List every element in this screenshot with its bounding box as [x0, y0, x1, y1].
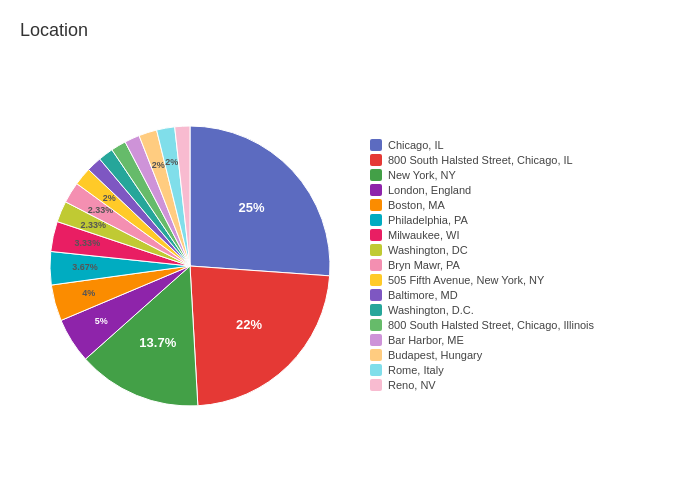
chart-container: Location 25%22%13.7%5%4%3.67%3.33%2.33%2…: [0, 0, 700, 500]
pie-label-london-england: 5%: [95, 316, 108, 326]
legend-item: Rome, Italy: [370, 364, 594, 376]
legend-label: Bar Harbor, ME: [388, 334, 464, 346]
legend-label: 505 Fifth Avenue, New York, NY: [388, 274, 544, 286]
legend-color-swatch: [370, 139, 382, 151]
legend-label: Washington, D.C.: [388, 304, 474, 316]
legend-item: Baltimore, MD: [370, 289, 594, 301]
pie-label-milwaukee-wi: 3.33%: [75, 238, 101, 248]
pie-label-chicago-il: 25%: [238, 200, 264, 215]
legend-color-swatch: [370, 334, 382, 346]
pie-label-new-york-ny: 13.7%: [139, 335, 176, 350]
legend-item: Washington, D.C.: [370, 304, 594, 316]
pie-chart: 25%22%13.7%5%4%3.67%3.33%2.33%2.33%2%2%2…: [30, 106, 350, 426]
legend-label: Rome, Italy: [388, 364, 444, 376]
legend-label: London, England: [388, 184, 471, 196]
legend-label: New York, NY: [388, 169, 456, 181]
legend-item: Chicago, IL: [370, 139, 594, 151]
chart-title: Location: [20, 20, 680, 41]
legend-color-swatch: [370, 274, 382, 286]
legend-item: 800 South Halsted Street, Chicago, IL: [370, 154, 594, 166]
pie-label-fifth-ave-ny: 2%: [103, 193, 116, 203]
legend-color-swatch: [370, 319, 382, 331]
legend-item: New York, NY: [370, 169, 594, 181]
legend-item: Philadelphia, PA: [370, 214, 594, 226]
legend-color-swatch: [370, 154, 382, 166]
legend-color-swatch: [370, 214, 382, 226]
legend-item: 505 Fifth Avenue, New York, NY: [370, 274, 594, 286]
legend-label: Chicago, IL: [388, 139, 444, 151]
legend-color-swatch: [370, 169, 382, 181]
legend-item: Reno, NV: [370, 379, 594, 391]
legend: Chicago, IL800 South Halsted Street, Chi…: [370, 139, 594, 394]
legend-color-swatch: [370, 184, 382, 196]
pie-label-halsted-chicago: 22%: [236, 317, 262, 332]
legend-item: Budapest, Hungary: [370, 349, 594, 361]
legend-label: 800 South Halsted Street, Chicago, IL: [388, 154, 573, 166]
legend-color-swatch: [370, 229, 382, 241]
legend-color-swatch: [370, 364, 382, 376]
pie-label-budapest-hungary: 2%: [152, 160, 165, 170]
legend-item: Washington, DC: [370, 244, 594, 256]
pie-label-boston-ma: 4%: [82, 288, 95, 298]
legend-item: Boston, MA: [370, 199, 594, 211]
legend-item: Bryn Mawr, PA: [370, 259, 594, 271]
legend-color-swatch: [370, 379, 382, 391]
legend-label: Baltimore, MD: [388, 289, 458, 301]
legend-item: London, England: [370, 184, 594, 196]
legend-label: Boston, MA: [388, 199, 445, 211]
chart-body: 25%22%13.7%5%4%3.67%3.33%2.33%2.33%2%2%2…: [20, 51, 680, 481]
legend-label: Budapest, Hungary: [388, 349, 482, 361]
pie-slice-halsted-chicago: [190, 266, 330, 406]
pie-label-philadelphia-pa: 3.67%: [72, 262, 98, 272]
legend-color-swatch: [370, 349, 382, 361]
legend-label: Milwaukee, WI: [388, 229, 460, 241]
legend-label: Bryn Mawr, PA: [388, 259, 460, 271]
legend-item: 800 South Halsted Street, Chicago, Illin…: [370, 319, 594, 331]
pie-label-rome-italy: 2%: [165, 157, 178, 167]
legend-color-swatch: [370, 259, 382, 271]
legend-color-swatch: [370, 199, 382, 211]
legend-label: Reno, NV: [388, 379, 436, 391]
legend-item: Bar Harbor, ME: [370, 334, 594, 346]
legend-label: Philadelphia, PA: [388, 214, 468, 226]
pie-wrapper: 25%22%13.7%5%4%3.67%3.33%2.33%2.33%2%2%2…: [30, 106, 350, 426]
legend-label: 800 South Halsted Street, Chicago, Illin…: [388, 319, 594, 331]
legend-label: Washington, DC: [388, 244, 468, 256]
legend-item: Milwaukee, WI: [370, 229, 594, 241]
legend-color-swatch: [370, 244, 382, 256]
legend-color-swatch: [370, 289, 382, 301]
legend-color-swatch: [370, 304, 382, 316]
